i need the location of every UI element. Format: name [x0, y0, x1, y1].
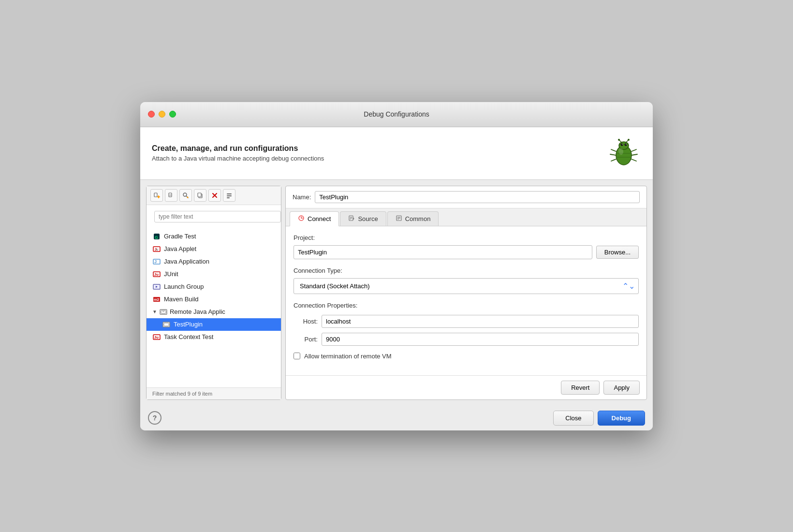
- svg-line-14: [631, 154, 637, 155]
- gradle-icon: G: [152, 232, 161, 241]
- name-input[interactable]: [315, 191, 640, 203]
- connection-type-wrapper: Standard (Socket Attach) ⌃⌄: [294, 278, 639, 294]
- host-label: Host:: [294, 318, 318, 325]
- allow-termination-checkbox[interactable]: [294, 353, 300, 359]
- close-button[interactable]: Close: [553, 411, 593, 426]
- allow-termination-row: Allow termination of remote VM: [294, 353, 639, 360]
- svg-text:u: u: [156, 248, 158, 251]
- tree-item-task-context[interactable]: Ju Task Context Test: [147, 331, 281, 343]
- testplugin-icon: [162, 320, 171, 329]
- tree-item-application-label: Java Application: [164, 258, 209, 265]
- svg-point-8: [618, 139, 620, 141]
- tab-connect[interactable]: Connect: [290, 211, 339, 226]
- maven-icon: m2: [152, 295, 161, 304]
- tab-source[interactable]: Source: [340, 211, 386, 226]
- port-row: Port:: [294, 333, 639, 346]
- tab-common-label: Common: [405, 215, 431, 222]
- bottom-bar: ? Close Debug: [140, 406, 653, 430]
- tree-item-applet[interactable]: Ju Java Applet: [147, 243, 281, 255]
- connection-type-select[interactable]: Standard (Socket Attach): [294, 278, 639, 294]
- tree-item-maven-label: Maven Build: [164, 296, 199, 303]
- tree-list: G Gradle Test Ju Java Applet J Java Appl…: [147, 228, 281, 387]
- project-input[interactable]: [294, 245, 592, 259]
- svg-text:Ju: Ju: [154, 335, 159, 340]
- svg-text:P: P: [170, 194, 172, 197]
- svg-text:m2: m2: [154, 297, 159, 302]
- tree-item-maven[interactable]: m2 Maven Build: [147, 293, 281, 306]
- tab-common[interactable]: Common: [387, 211, 439, 226]
- header-title: Create, manage, and run configurations: [152, 144, 324, 153]
- titlebar: Debug Configurations: [140, 102, 653, 127]
- host-input[interactable]: [322, 315, 639, 328]
- delete-button[interactable]: [208, 189, 221, 202]
- connection-properties-section: Connection Properties: Host: Port: Allow…: [294, 302, 639, 360]
- tree-item-application[interactable]: J Java Application: [147, 255, 281, 268]
- project-section: Project: Browse...: [294, 234, 639, 259]
- bottom-right-buttons: Close Debug: [553, 411, 645, 426]
- tree-item-remote-java-parent[interactable]: ▼ Remote Java Applic: [147, 306, 281, 318]
- minimize-button[interactable]: [159, 111, 165, 118]
- duplicate-button[interactable]: [194, 189, 206, 202]
- maximize-button[interactable]: [169, 111, 176, 118]
- search-config-button[interactable]: [179, 189, 192, 202]
- connect-tab-icon: [298, 215, 305, 223]
- browse-button[interactable]: Browse...: [596, 246, 639, 259]
- svg-line-12: [611, 159, 616, 161]
- header-subtitle: Attach to a Java virtual machine accepti…: [152, 155, 324, 162]
- project-label: Project:: [294, 234, 639, 241]
- svg-text:J: J: [154, 259, 157, 264]
- svg-line-11: [610, 154, 616, 155]
- main-content: P: [140, 180, 653, 406]
- svg-point-2: [621, 143, 623, 146]
- tree-item-launch-group[interactable]: Launch Group: [147, 281, 281, 293]
- svg-text:Ju: Ju: [154, 272, 159, 277]
- tree-item-task-context-label: Task Context Test: [164, 333, 213, 340]
- allow-termination-label: Allow termination of remote VM: [304, 353, 392, 360]
- task-context-icon: Ju: [152, 333, 161, 341]
- tree-item-junit-label: JUnit: [164, 270, 178, 278]
- tree-item-gradle[interactable]: G Gradle Test: [147, 230, 281, 243]
- connect-tab-content: Project: Browse... Connection Type: Stan…: [286, 226, 646, 375]
- window-title: Debug Configurations: [364, 110, 429, 118]
- tabs-bar: Connect Source Common: [286, 208, 646, 226]
- tree-item-remote-java-label: Remote Java Applic: [170, 308, 225, 315]
- common-tab-icon: [396, 215, 402, 223]
- svg-point-26: [187, 196, 189, 198]
- name-label: Name:: [293, 193, 311, 201]
- junit-icon: Ju: [152, 270, 161, 279]
- svg-point-4: [622, 144, 623, 145]
- collapse-button[interactable]: [223, 189, 235, 202]
- main-window: Debug Configurations Create, manage, and…: [140, 102, 653, 430]
- revert-button[interactable]: Revert: [561, 381, 600, 395]
- debug-button[interactable]: Debug: [598, 411, 645, 426]
- tree-item-junit[interactable]: Ju JUnit: [147, 268, 281, 281]
- svg-rect-31: [227, 193, 232, 194]
- bug-svg: [607, 137, 640, 170]
- filter-input[interactable]: [154, 211, 281, 222]
- left-toolbar: P: [147, 186, 281, 205]
- port-input[interactable]: [322, 333, 639, 346]
- name-row: Name:: [286, 186, 646, 208]
- new-config-button[interactable]: [150, 189, 163, 202]
- filter-wrapper: [147, 205, 281, 228]
- close-button[interactable]: [148, 111, 155, 118]
- tab-source-label: Source: [358, 215, 378, 222]
- svg-point-3: [625, 143, 627, 146]
- filter-status: Filter matched 9 of 9 item: [147, 387, 281, 399]
- connection-type-section: Connection Type: Standard (Socket Attach…: [294, 267, 639, 294]
- traffic-lights: [148, 111, 176, 118]
- tab-connect-label: Connect: [308, 215, 331, 222]
- connection-properties-label: Connection Properties:: [294, 302, 639, 309]
- apply-button[interactable]: Apply: [603, 381, 640, 395]
- action-bar: Revert Apply: [286, 375, 646, 399]
- left-panel: P: [146, 186, 281, 400]
- header-text: Create, manage, and run configurations A…: [152, 144, 324, 162]
- tree-item-testplugin-label: TestPlugin: [174, 321, 203, 328]
- right-panel: Name: Connect Source: [285, 186, 647, 400]
- expand-arrow-remote: ▼: [152, 309, 157, 314]
- new-prototype-button[interactable]: P: [165, 189, 177, 202]
- tree-item-applet-label: Java Applet: [164, 245, 196, 252]
- help-button[interactable]: ?: [148, 411, 162, 425]
- tree-item-testplugin[interactable]: TestPlugin: [147, 318, 281, 331]
- host-row: Host:: [294, 315, 639, 328]
